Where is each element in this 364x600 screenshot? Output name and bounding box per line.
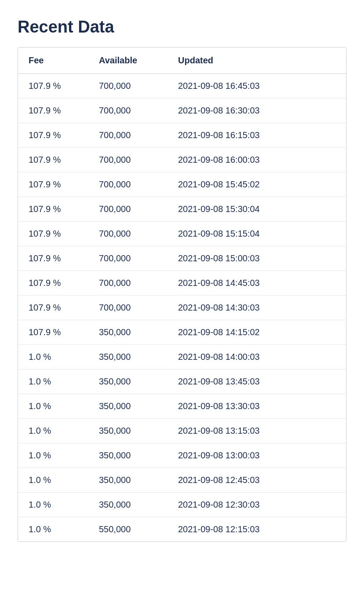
cell-available: 700,000 [88,172,167,197]
table-row: 107.9 %700,0002021-09-08 14:30:03 [18,296,346,320]
page-title: Recent Data [18,18,346,37]
cell-updated: 2021-09-08 14:45:03 [167,271,346,296]
cell-available: 700,000 [88,222,167,246]
cell-fee: 107.9 % [18,271,88,296]
cell-updated: 2021-09-08 14:15:02 [167,320,346,345]
cell-updated: 2021-09-08 13:15:03 [167,419,346,443]
table-row: 107.9 %700,0002021-09-08 16:30:03 [18,99,346,123]
cell-updated: 2021-09-08 16:00:03 [167,148,346,172]
column-header-updated: Updated [167,48,346,74]
table-row: 1.0 %350,0002021-09-08 13:45:03 [18,370,346,394]
cell-available: 700,000 [88,296,167,320]
table-row: 107.9 %700,0002021-09-08 16:15:03 [18,123,346,148]
cell-fee: 1.0 % [18,493,88,517]
cell-updated: 2021-09-08 15:30:04 [167,197,346,222]
table-row: 107.9 %700,0002021-09-08 15:45:02 [18,172,346,197]
cell-available: 350,000 [88,493,167,517]
recent-data-table: Fee Available Updated 107.9 %700,0002021… [18,47,346,542]
cell-fee: 1.0 % [18,345,88,370]
table-row: 107.9 %350,0002021-09-08 14:15:02 [18,320,346,345]
cell-fee: 107.9 % [18,197,88,222]
cell-fee: 107.9 % [18,246,88,271]
table-row: 107.9 %700,0002021-09-08 14:45:03 [18,271,346,296]
cell-available: 700,000 [88,74,167,99]
cell-available: 350,000 [88,419,167,443]
cell-available: 700,000 [88,99,167,123]
cell-fee: 107.9 % [18,99,88,123]
cell-fee: 1.0 % [18,394,88,419]
cell-available: 700,000 [88,123,167,148]
table-row: 107.9 %700,0002021-09-08 16:00:03 [18,148,346,172]
cell-updated: 2021-09-08 12:30:03 [167,493,346,517]
cell-updated: 2021-09-08 13:00:03 [167,443,346,468]
table-row: 107.9 %700,0002021-09-08 15:00:03 [18,246,346,271]
cell-available: 350,000 [88,394,167,419]
cell-fee: 107.9 % [18,123,88,148]
cell-fee: 107.9 % [18,320,88,345]
cell-fee: 1.0 % [18,370,88,394]
cell-available: 550,000 [88,517,167,542]
cell-updated: 2021-09-08 15:45:02 [167,172,346,197]
table-row: 1.0 %350,0002021-09-08 14:00:03 [18,345,346,370]
table-row: 107.9 %700,0002021-09-08 15:30:04 [18,197,346,222]
cell-updated: 2021-09-08 13:30:03 [167,394,346,419]
cell-updated: 2021-09-08 15:00:03 [167,246,346,271]
cell-updated: 2021-09-08 14:00:03 [167,345,346,370]
cell-fee: 107.9 % [18,296,88,320]
table-row: 1.0 %350,0002021-09-08 12:45:03 [18,468,346,493]
cell-available: 350,000 [88,370,167,394]
cell-updated: 2021-09-08 12:15:03 [167,517,346,542]
cell-available: 700,000 [88,271,167,296]
table-row: 1.0 %350,0002021-09-08 13:00:03 [18,443,346,468]
column-header-fee: Fee [18,48,88,74]
cell-available: 350,000 [88,345,167,370]
cell-fee: 1.0 % [18,517,88,542]
table-row: 1.0 %350,0002021-09-08 12:30:03 [18,493,346,517]
cell-updated: 2021-09-08 13:45:03 [167,370,346,394]
cell-fee: 107.9 % [18,74,88,99]
table-row: 107.9 %700,0002021-09-08 16:45:03 [18,74,346,99]
cell-available: 700,000 [88,197,167,222]
cell-available: 350,000 [88,320,167,345]
table-row: 1.0 %350,0002021-09-08 13:30:03 [18,394,346,419]
cell-available: 700,000 [88,148,167,172]
cell-available: 350,000 [88,468,167,493]
cell-updated: 2021-09-08 16:45:03 [167,74,346,99]
cell-fee: 107.9 % [18,172,88,197]
cell-fee: 107.9 % [18,148,88,172]
table-row: 107.9 %700,0002021-09-08 15:15:04 [18,222,346,246]
column-header-available: Available [88,48,167,74]
cell-updated: 2021-09-08 16:30:03 [167,99,346,123]
cell-fee: 1.0 % [18,443,88,468]
table-header-row: Fee Available Updated [18,48,346,74]
cell-updated: 2021-09-08 15:15:04 [167,222,346,246]
cell-updated: 2021-09-08 12:45:03 [167,468,346,493]
cell-fee: 1.0 % [18,419,88,443]
cell-available: 700,000 [88,246,167,271]
cell-available: 350,000 [88,443,167,468]
table-row: 1.0 %550,0002021-09-08 12:15:03 [18,517,346,542]
table-row: 1.0 %350,0002021-09-08 13:15:03 [18,419,346,443]
cell-fee: 1.0 % [18,468,88,493]
cell-updated: 2021-09-08 16:15:03 [167,123,346,148]
cell-updated: 2021-09-08 14:30:03 [167,296,346,320]
cell-fee: 107.9 % [18,222,88,246]
